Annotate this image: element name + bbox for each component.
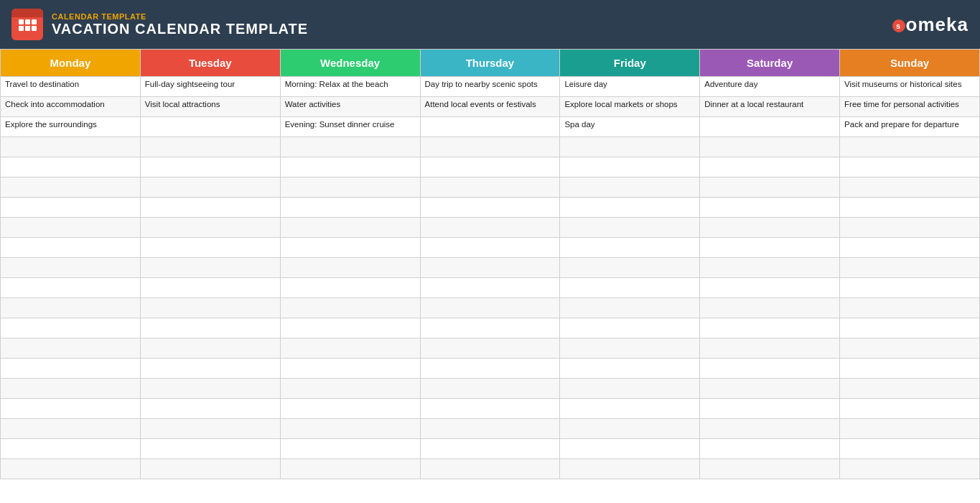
- table-row: [1, 419, 980, 439]
- cell-content: [285, 321, 416, 334]
- cell-content: [5, 261, 136, 274]
- table-row: Travel to destinationFull-day sightseein…: [1, 77, 980, 97]
- cell-r16-c3: [420, 399, 560, 419]
- cell-r0-c6: Visit museums or historical sites: [840, 77, 980, 97]
- cell-content: [704, 422, 835, 435]
- cell-content: [5, 442, 136, 455]
- cell-content: [844, 200, 975, 213]
- cell-r0-c4: Leisure day: [560, 77, 700, 97]
- cell-r3-c1: [140, 137, 280, 157]
- cell-content: [564, 140, 695, 153]
- cell-content: [844, 281, 975, 294]
- cell-content: [425, 241, 556, 254]
- cell-content: [145, 361, 276, 374]
- cell-content: [5, 221, 136, 234]
- cell-content: [844, 140, 975, 153]
- cell-r1-c3: Attend local events or festivals: [420, 97, 560, 117]
- cell-r2-c1: [140, 117, 280, 137]
- cell-r15-c6: [840, 379, 980, 399]
- table-row: [1, 439, 980, 459]
- cell-r7-c6: [840, 218, 980, 238]
- header-subtitle: CALENDAR TEMPLATE: [52, 12, 308, 21]
- cell-content: [704, 281, 835, 294]
- cell-r17-c3: [420, 419, 560, 439]
- cell-content: [844, 442, 975, 455]
- cell-r7-c2: [280, 218, 420, 238]
- cell-r17-c6: [840, 419, 980, 439]
- cell-content: Water activities: [285, 100, 416, 113]
- cell-content: [844, 180, 975, 193]
- cell-r8-c4: [560, 238, 700, 258]
- cell-r5-c2: [280, 177, 420, 198]
- cell-content: [704, 301, 835, 314]
- cell-r13-c4: [560, 338, 700, 359]
- cell-r10-c2: [280, 278, 420, 298]
- cell-content: Morning: Relax at the beach: [285, 80, 416, 93]
- table-row: [1, 298, 980, 318]
- cell-r18-c5: [700, 439, 840, 459]
- cell-r5-c5: [700, 177, 840, 198]
- cell-content: [425, 160, 556, 173]
- cell-content: [145, 180, 276, 193]
- cell-r19-c1: [140, 459, 280, 479]
- cell-content: [704, 200, 835, 213]
- cell-r2-c3: [420, 117, 560, 137]
- cell-r8-c6: [840, 238, 980, 258]
- cell-content: [145, 382, 276, 394]
- cell-content: [5, 382, 136, 394]
- cell-content: [425, 462, 556, 475]
- cell-content: [564, 241, 695, 254]
- table-row: [1, 137, 980, 157]
- cell-content: [5, 180, 136, 193]
- cell-content: [425, 442, 556, 455]
- cell-r10-c5: [700, 278, 840, 298]
- cell-content: [425, 382, 556, 394]
- cell-content: Pack and prepare for departure: [844, 120, 975, 133]
- cell-r0-c1: Full-day sightseeing tour: [140, 77, 280, 97]
- cell-r9-c3: [420, 258, 560, 278]
- cell-content: [704, 382, 835, 394]
- cell-r4-c3: [420, 157, 560, 177]
- cell-r11-c6: [840, 298, 980, 318]
- cell-content: [844, 341, 975, 354]
- cell-content: Visit local attractions: [145, 100, 276, 113]
- table-row: [1, 177, 980, 198]
- cell-r16-c2: [280, 399, 420, 419]
- table-row: [1, 318, 980, 338]
- cell-content: [285, 241, 416, 254]
- cell-content: [285, 261, 416, 274]
- cell-content: [704, 261, 835, 274]
- cell-content: [145, 341, 276, 354]
- cell-content: [285, 422, 416, 435]
- cell-r18-c2: [280, 439, 420, 459]
- cell-content: [844, 321, 975, 334]
- cell-content: [285, 180, 416, 193]
- cell-content: [145, 462, 276, 475]
- cell-r14-c2: [280, 359, 420, 379]
- cell-content: [564, 382, 695, 394]
- cell-r15-c0: [1, 379, 141, 399]
- cell-r4-c6: [840, 157, 980, 177]
- cell-r3-c6: [840, 137, 980, 157]
- cell-r11-c0: [1, 298, 141, 318]
- cell-r19-c0: [1, 459, 141, 479]
- cell-r18-c0: [1, 439, 141, 459]
- cell-content: [844, 261, 975, 274]
- cell-r10-c3: [420, 278, 560, 298]
- cell-content: [285, 341, 416, 354]
- cell-r3-c5: [700, 137, 840, 157]
- cell-r15-c1: [140, 379, 280, 399]
- cell-r17-c2: [280, 419, 420, 439]
- cell-r13-c2: [280, 338, 420, 359]
- table-row: [1, 399, 980, 419]
- cell-r4-c0: [1, 157, 141, 177]
- cell-r10-c1: [140, 278, 280, 298]
- cell-content: [564, 361, 695, 374]
- cell-content: [564, 221, 695, 234]
- cell-content: [285, 281, 416, 294]
- cell-content: Full-day sightseeing tour: [145, 80, 276, 93]
- cell-r0-c3: Day trip to nearby scenic spots: [420, 77, 560, 97]
- column-header-tuesday: Tuesday: [140, 50, 280, 77]
- cell-content: [145, 402, 276, 415]
- cell-r9-c6: [840, 258, 980, 278]
